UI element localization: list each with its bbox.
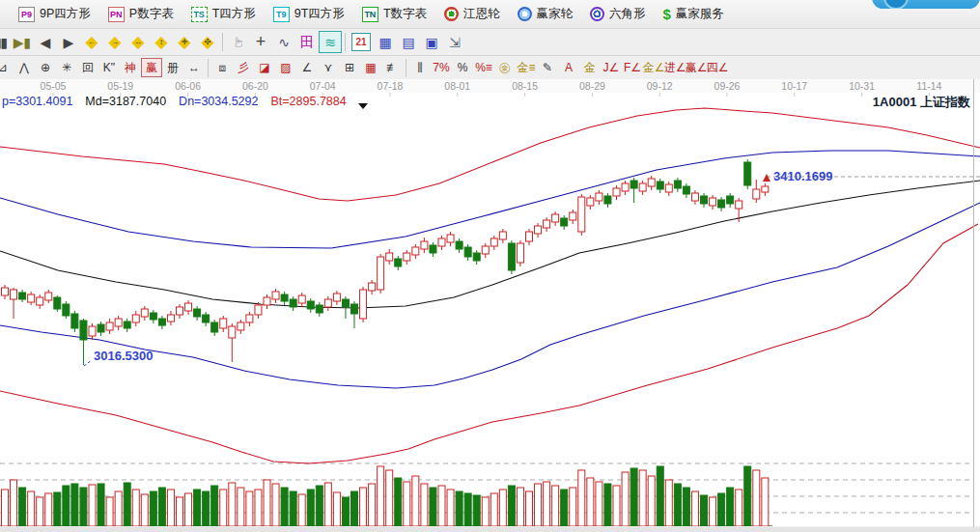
j-angle-tool-icon[interactable]: J∠: [601, 58, 622, 77]
menu-hexagon[interactable]: 六角形: [581, 4, 655, 25]
ying-tool-icon[interactable]: 赢: [141, 58, 162, 77]
menu-gann-wheel-icon: [444, 7, 459, 21]
fractal-tool-icon[interactable]: ≋: [319, 31, 342, 53]
candle-body: [351, 304, 358, 314]
gann-fan-tool-icon[interactable]: 彡: [233, 58, 254, 77]
prev-bar-icon[interactable]: ◀: [34, 31, 57, 53]
histogram-tool-icon[interactable]: ⫼: [409, 58, 431, 77]
step-first-icon[interactable]: ◀▮: [0, 31, 11, 53]
gold-circle-tool-icon[interactable]: ㊎: [494, 58, 516, 77]
diamond-left-icon[interactable]: ◆←: [80, 31, 103, 53]
menu-9t-square[interactable]: T99T四方形: [265, 4, 353, 25]
menu-winner-service[interactable]: $赢家服务: [655, 4, 733, 25]
menu-p-number-table[interactable]: PNP数字表: [99, 4, 182, 25]
volume-bar: [665, 480, 672, 526]
volume-bar: [255, 490, 262, 526]
window-bottom-edge: [0, 527, 980, 532]
volume-bar: [220, 490, 227, 526]
volume-bar: [386, 470, 393, 526]
polyline-tool-icon[interactable]: ∿: [272, 31, 295, 53]
gold-lines-tool-icon[interactable]: 金≡: [516, 58, 537, 77]
span-measure-tool-icon[interactable]: ↔: [183, 58, 205, 77]
kline-mark-tool-icon[interactable]: K": [98, 58, 120, 77]
diamond-hspan-icon[interactable]: ◆↔: [126, 31, 150, 53]
next-bar-icon[interactable]: ▶: [57, 31, 80, 53]
play-to-end-icon[interactable]: ▶▮: [11, 31, 34, 53]
menu-winner-wheel[interactable]: 赢家轮: [509, 4, 582, 25]
menu-9p-square[interactable]: P99P四方形: [10, 4, 99, 25]
date-tick-label: 08-29: [571, 80, 613, 92]
ying-angle-tool-icon[interactable]: 赢∠: [686, 58, 707, 77]
volume-bar: [150, 491, 156, 526]
candle-body: [499, 232, 506, 239]
notes-icon[interactable]: ▤: [397, 31, 420, 53]
volume-bar: [710, 497, 716, 526]
gold-underline-tool-icon[interactable]: 金: [579, 58, 601, 77]
box-tool-icon[interactable]: ⧈: [211, 58, 233, 77]
crosshair-icon[interactable]: +: [249, 31, 272, 53]
symbol-name: 上证指数: [920, 95, 970, 109]
diamond-expand-icon[interactable]: ◆✣: [196, 31, 219, 53]
gann-grid-tool-icon[interactable]: 田: [295, 31, 319, 53]
percent-tool-icon[interactable]: %: [452, 58, 473, 77]
chart-area[interactable]: 3410.16993016.5300 p=3301.4091Md=3187.70…: [0, 93, 980, 526]
grid-ruler-tool-icon[interactable]: 册: [162, 58, 183, 77]
candle-body: [490, 238, 497, 246]
candle-body: [37, 297, 43, 305]
jin-angle-tool-icon[interactable]: 进∠: [664, 58, 686, 77]
gold-angle-tool-icon[interactable]: 金∠: [643, 58, 664, 77]
diamond-vspan-icon[interactable]: ◆↕: [150, 31, 173, 53]
candle-body: [622, 183, 629, 191]
gann-circle-tool-icon[interactable]: ⊕: [35, 58, 56, 77]
volume-bar: [54, 492, 61, 526]
grid-tool-icon[interactable]: ⊞: [339, 58, 360, 77]
candle-body: [517, 243, 523, 263]
menu-winner-service-label: 赢家服务: [676, 6, 724, 22]
square-spiral-tool-icon[interactable]: 回: [77, 58, 98, 77]
menu-t-square-icon: TS: [191, 7, 208, 22]
seven-percent-tool-icon[interactable]: 7%: [431, 58, 452, 77]
volume-bar: [115, 491, 122, 526]
calendar-icon[interactable]: 21: [351, 33, 371, 51]
volume-bar: [622, 472, 629, 526]
box-diagonal-tool-icon[interactable]: ▨: [275, 58, 296, 77]
menu-gann-wheel[interactable]: 江恩轮: [435, 4, 509, 25]
menu-t-square[interactable]: TST四方形: [182, 4, 265, 25]
gann-wheel-tool-icon[interactable]: ✳: [56, 58, 77, 77]
upper-red-band: [0, 108, 980, 201]
v-lines-tool-icon[interactable]: ⋎: [318, 58, 339, 77]
candle-body: [630, 181, 637, 188]
diamond-right-icon[interactable]: ◆→: [103, 31, 126, 53]
candle-body: [639, 183, 646, 191]
menu-t-number-table[interactable]: TNT数字表: [353, 4, 435, 25]
protractor-tool-icon[interactable]: ⋀: [14, 58, 35, 77]
volume-bar: [45, 493, 52, 526]
candle-body: [753, 189, 760, 199]
candle-body: [482, 246, 489, 254]
brush-tool-icon[interactable]: ✎: [537, 58, 558, 77]
a-box-tool-icon[interactable]: A: [558, 58, 579, 77]
parallel-lines-tool-icon[interactable]: ≢: [381, 58, 403, 77]
f-angle-tool-icon[interactable]: F∠: [622, 58, 643, 77]
export-icon[interactable]: ⇲: [443, 31, 466, 53]
four-angle-tool-icon[interactable]: 四∠: [707, 58, 728, 77]
volume-bar: [124, 483, 130, 526]
diamond-move-icon[interactable]: ◆✛: [173, 31, 196, 53]
candle-body: [71, 314, 78, 328]
assistant-knob-icon[interactable]: [883, 0, 909, 9]
price-volume-plot[interactable]: 3410.16993016.5300: [0, 93, 980, 526]
volume-bar: [158, 488, 165, 526]
fan-in-box-tool-icon[interactable]: ◪: [254, 58, 275, 77]
percent-lines-tool-icon[interactable]: %≡: [473, 58, 494, 77]
hand-pan-icon[interactable]: ☞: [227, 31, 249, 54]
candle-body: [604, 196, 611, 204]
ruler-tool-icon[interactable]: ⊿: [0, 58, 14, 77]
save-icon[interactable]: ▣: [420, 31, 443, 53]
grid-red-tool-icon[interactable]: ▦: [360, 58, 381, 77]
floating-assistant-widget[interactable]: [872, 0, 980, 9]
angle-lines-tool-icon[interactable]: ∠: [296, 58, 318, 77]
calculator-icon[interactable]: ▦: [374, 31, 397, 53]
date-tick-label: 08-15: [504, 80, 546, 92]
shen-tool-icon[interactable]: 神: [120, 58, 141, 77]
low-annotation-leader: [84, 360, 92, 366]
